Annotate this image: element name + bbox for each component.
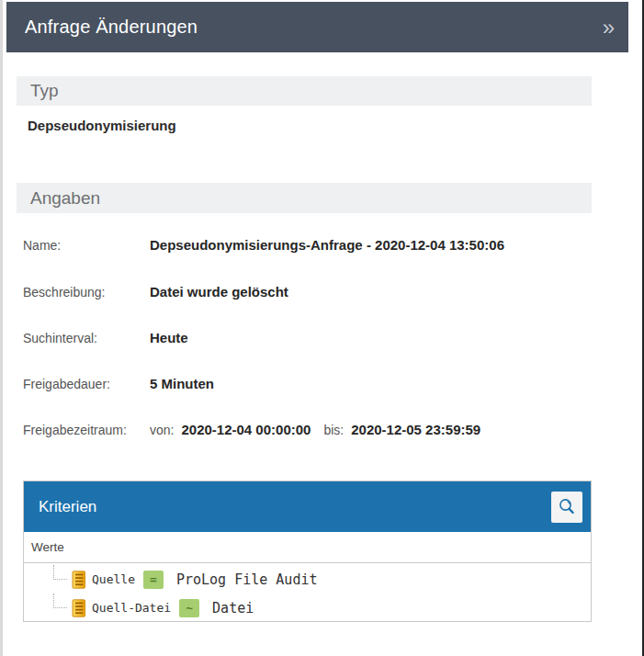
werte-column-header: Werte bbox=[24, 532, 591, 563]
field-label: Freigabedauer: bbox=[23, 377, 150, 391]
bis-value: 2020-12-05 23:59:59 bbox=[351, 422, 480, 437]
section-header-typ: Typ bbox=[17, 76, 592, 106]
field-label: Freigabezeitraum: bbox=[23, 423, 150, 437]
criteria-tree: Quelle = ProLog File Audit Quell-Datei ~… bbox=[24, 563, 591, 622]
von-label: von: bbox=[150, 423, 174, 437]
magnifier-icon bbox=[557, 497, 577, 517]
field-label: Suchinterval: bbox=[23, 331, 150, 345]
criteria-value: Datei bbox=[212, 600, 254, 616]
section-header-angaben: Angaben bbox=[17, 183, 592, 213]
search-button[interactable] bbox=[551, 492, 582, 523]
von-value: 2020-12-04 00:00:00 bbox=[181, 422, 311, 437]
field-value: 5 Minuten bbox=[150, 376, 214, 391]
typ-value: Depseudonymisierung bbox=[28, 118, 176, 133]
tree-connector bbox=[53, 565, 67, 594]
field-row-freigabezeitraum: Freigabezeitraum: von: 2020-12-04 00:00:… bbox=[23, 422, 593, 437]
field-value: Heute bbox=[150, 330, 188, 345]
tree-connector bbox=[53, 594, 67, 622]
panel-left-border bbox=[0, 0, 3, 656]
field-value: Depseudonymisierungs-Anfrage - 2020-12-0… bbox=[150, 237, 504, 253]
field-row-suchinterval: Suchinterval: Heute bbox=[23, 330, 593, 345]
panel-header: Anfrage Änderungen » bbox=[6, 2, 628, 52]
criteria-row-quelle[interactable]: Quelle = ProLog File Audit bbox=[24, 565, 591, 594]
kriterien-panel: Kriterien Werte bbox=[23, 481, 592, 622]
field-row-name: Name: Depseudonymisierungs-Anfrage - 202… bbox=[23, 237, 593, 253]
field-label: Beschreibung: bbox=[23, 285, 150, 300]
field-row-beschreibung: Beschreibung: Datei wurde gelöscht bbox=[23, 284, 593, 300]
criteria-field: Quelle bbox=[92, 572, 135, 586]
log-document-icon bbox=[72, 599, 86, 617]
operator-badge: ~ bbox=[179, 599, 199, 617]
kriterien-header: Kriterien bbox=[24, 481, 591, 532]
panel-title: Anfrage Änderungen bbox=[25, 17, 198, 38]
field-label: Name: bbox=[23, 238, 150, 253]
kriterien-title: Kriterien bbox=[39, 498, 96, 516]
operator-badge: = bbox=[143, 571, 164, 589]
criteria-value: ProLog File Audit bbox=[176, 571, 318, 588]
field-row-freigabedauer: Freigabedauer: 5 Minuten bbox=[23, 376, 593, 391]
bis-label: bis: bbox=[323, 423, 344, 437]
criteria-row-quell-datei[interactable]: Quell-Datei ~ Datei bbox=[24, 594, 591, 622]
criteria-field: Quell-Datei bbox=[92, 601, 171, 615]
log-document-icon bbox=[72, 571, 86, 589]
field-value: Datei wurde gelöscht bbox=[150, 284, 288, 300]
collapse-chevron-icon[interactable]: » bbox=[603, 17, 615, 39]
